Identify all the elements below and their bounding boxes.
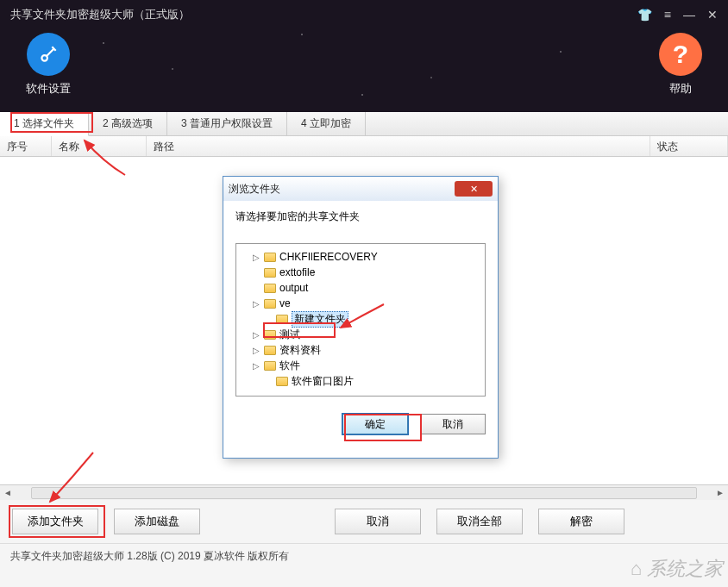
col-path[interactable]: 路径 (147, 136, 650, 156)
settings-button[interactable]: 软件设置 (26, 33, 71, 97)
tree-item-label: CHKFIlERECOVERY (279, 251, 378, 263)
column-headers: 序号 名称 路径 状态 (0, 136, 728, 157)
dialog-ok-button[interactable]: 确定 (342, 414, 408, 434)
tree-item[interactable]: ▷资料资料 (240, 342, 481, 358)
expand-icon[interactable]: ▷ (252, 361, 260, 371)
tree-item[interactable]: ▷软件 (240, 358, 481, 373)
horizontal-scrollbar[interactable]: ◄ ► (0, 484, 728, 500)
folder-icon (276, 377, 288, 386)
watermark: ⌂ 系统之家 (631, 556, 723, 582)
add-disk-button[interactable]: 添加磁盘 (114, 509, 200, 534)
bottom-toolbar: 添加文件夹 添加磁盘 取消 取消全部 解密 (0, 500, 728, 543)
tree-item[interactable]: exttofile (240, 265, 481, 280)
dialog-prompt: 请选择要加密的共享文件夹 (235, 209, 486, 224)
tree-item[interactable]: output (240, 280, 481, 296)
decrypt-button[interactable]: 解密 (538, 509, 624, 534)
add-folder-button[interactable]: 添加文件夹 (12, 509, 98, 534)
watermark-text: 系统之家 (647, 556, 723, 582)
expand-icon[interactable]: ▷ (252, 346, 260, 355)
tree-item-label: 测试 (279, 328, 300, 342)
tab-select-folder[interactable]: 1 选择文件夹 (0, 112, 89, 136)
help-button[interactable]: ? 帮助 (659, 33, 702, 97)
tab-permissions[interactable]: 3 普通用户权限设置 (167, 112, 287, 135)
folder-icon (264, 284, 276, 293)
col-index[interactable]: 序号 (0, 136, 52, 156)
folder-icon (264, 330, 276, 340)
expand-icon[interactable]: ▷ (252, 253, 260, 262)
menu-icon[interactable]: ≡ (664, 8, 671, 22)
help-icon: ? (659, 33, 702, 76)
folder-icon (264, 299, 276, 309)
help-label: 帮助 (669, 81, 692, 97)
tree-item-label: 软件 (279, 359, 300, 373)
tree-item[interactable]: ▷测试 (240, 327, 481, 342)
cancel-all-button[interactable]: 取消全部 (436, 509, 523, 534)
folder-tree[interactable]: ▷CHKFIlERECOVERYexttofileoutput▷ve新建文件夹▷… (235, 243, 486, 397)
tree-item-label: 新建文件夹 (292, 311, 348, 328)
scroll-track[interactable] (31, 487, 697, 499)
status-bar: 共享文件夹加密超级大师 1.28版 (C) 2019 夏冰软件 版权所有 (0, 543, 728, 569)
folder-icon (264, 253, 276, 262)
browse-folder-dialog: 浏览文件夹 ✕ 请选择要加密的共享文件夹 ▷CHKFIlERECOVERYext… (223, 176, 499, 459)
tree-item-label: output (279, 282, 308, 294)
tree-item[interactable]: ▷ve (240, 296, 481, 311)
tab-advanced[interactable]: 2 高级选项 (89, 112, 167, 135)
tree-item-label: ve (279, 297, 291, 309)
tab-encrypt[interactable]: 4 立即加密 (287, 112, 366, 135)
folder-icon (264, 346, 276, 355)
scroll-left-icon[interactable]: ◄ (0, 488, 16, 497)
settings-label: 软件设置 (26, 81, 71, 97)
tree-item-label: 资料资料 (279, 343, 321, 358)
cancel-button[interactable]: 取消 (335, 509, 421, 534)
tree-item-label: exttofile (279, 266, 315, 278)
window-controls: 👕 ≡ — ✕ (637, 8, 718, 22)
dialog-title: 浏览文件夹 (229, 182, 455, 197)
folder-icon (264, 268, 276, 278)
dialog-titlebar: 浏览文件夹 ✕ (223, 177, 498, 201)
close-icon[interactable]: ✕ (707, 8, 718, 22)
step-tabs: 1 选择文件夹 2 高级选项 3 普通用户权限设置 4 立即加密 (0, 112, 728, 136)
app-header: 共享文件夹加密超级大师（正式版） 👕 ≡ — ✕ 软件设置 ? 帮助 (0, 0, 728, 112)
dialog-close-button[interactable]: ✕ (455, 181, 493, 197)
tree-item[interactable]: 新建文件夹 (240, 311, 481, 327)
folder-icon (276, 315, 288, 324)
watermark-icon: ⌂ (631, 558, 642, 580)
expand-icon[interactable]: ▷ (252, 330, 260, 340)
col-status[interactable]: 状态 (650, 136, 728, 156)
scroll-right-icon[interactable]: ► (712, 488, 728, 497)
tree-item-label: 软件窗口图片 (292, 374, 354, 389)
window-title: 共享文件夹加密超级大师（正式版） (10, 7, 637, 22)
expand-icon[interactable]: ▷ (252, 299, 260, 309)
minimize-icon[interactable]: — (683, 8, 695, 22)
settings-icon (27, 33, 70, 76)
title-bar: 共享文件夹加密超级大师（正式版） 👕 ≡ — ✕ (0, 0, 728, 29)
status-text: 共享文件夹加密超级大师 1.28版 (C) 2019 夏冰软件 版权所有 (10, 549, 289, 564)
folder-icon (264, 361, 276, 371)
col-name[interactable]: 名称 (52, 136, 147, 156)
dialog-cancel-button[interactable]: 取消 (420, 414, 486, 434)
skin-icon[interactable]: 👕 (637, 8, 652, 22)
tree-item[interactable]: ▷CHKFIlERECOVERY (240, 249, 481, 265)
tree-item[interactable]: 软件窗口图片 (240, 373, 481, 389)
